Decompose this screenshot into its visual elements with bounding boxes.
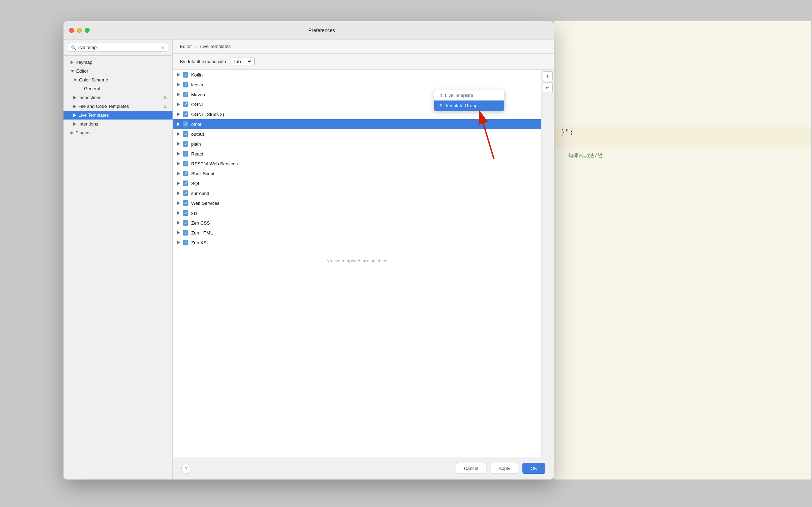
template-name: plain bbox=[191, 141, 201, 147]
sidebar-label: General bbox=[84, 86, 100, 91]
settings-icon: ⧉ bbox=[164, 95, 167, 100]
template-name: Web Services bbox=[191, 201, 219, 206]
sidebar-item-plugins[interactable]: Plugins bbox=[63, 128, 172, 137]
dropdown-item-label: 2. Template Group... bbox=[440, 103, 481, 108]
sidebar-item-file-code-templates[interactable]: File and Code Templates ⧉ bbox=[63, 102, 172, 111]
sidebar-item-live-templates[interactable]: Live Templates bbox=[63, 111, 172, 120]
template-checkbox[interactable] bbox=[183, 161, 188, 166]
sidebar-label: Live Templates bbox=[78, 112, 109, 118]
template-name: SQL bbox=[191, 181, 200, 186]
sidebar-item-color-scheme[interactable]: Color Scheme bbox=[63, 75, 172, 84]
row-expand-icon bbox=[177, 162, 180, 165]
empty-state-text: No live templates are selected bbox=[326, 258, 388, 263]
template-checkbox[interactable] bbox=[183, 131, 188, 137]
dropdown-item-label: 1. Live Template bbox=[440, 93, 473, 98]
sidebar-label: Keymap bbox=[75, 60, 92, 65]
dropdown-item-template-group[interactable]: 2. Template Group... bbox=[434, 100, 504, 111]
minimize-button[interactable] bbox=[77, 28, 82, 33]
template-checkbox[interactable] bbox=[183, 72, 188, 78]
breadcrumb-separator: › bbox=[195, 44, 197, 49]
table-row[interactable]: Zen XSL bbox=[173, 238, 541, 248]
template-checkbox[interactable] bbox=[183, 240, 188, 245]
template-checkbox[interactable] bbox=[183, 111, 188, 117]
table-row[interactable]: leesin bbox=[173, 80, 541, 90]
cancel-button[interactable]: Cancel bbox=[456, 463, 486, 474]
template-name: Zen CSS bbox=[191, 220, 210, 226]
apply-button[interactable]: Apply bbox=[491, 463, 519, 474]
templates-area: Kotlin leesin Maven bbox=[173, 70, 554, 457]
table-row[interactable]: Kotlin bbox=[173, 70, 541, 80]
traffic-lights bbox=[69, 28, 90, 33]
expand-select[interactable]: Tab Enter Space bbox=[232, 59, 252, 65]
sidebar-item-inspections[interactable]: Inspections ⧉ bbox=[63, 93, 172, 102]
template-checkbox[interactable] bbox=[183, 220, 188, 226]
sidebar-label: Intentions bbox=[78, 121, 98, 127]
template-checkbox[interactable] bbox=[183, 141, 188, 147]
row-expand-icon bbox=[177, 142, 180, 146]
search-bar: 🔍 ✕ bbox=[63, 39, 172, 56]
sidebar-label: File and Code Templates bbox=[78, 104, 129, 109]
window-title: Preferences bbox=[95, 28, 548, 33]
table-row[interactable]: xsl bbox=[173, 208, 541, 218]
expand-icon bbox=[71, 70, 74, 73]
table-row[interactable]: surround bbox=[173, 188, 541, 198]
template-checkbox[interactable] bbox=[183, 92, 188, 97]
template-checkbox[interactable] bbox=[183, 171, 188, 176]
template-name: surround bbox=[191, 191, 209, 196]
row-expand-icon bbox=[177, 231, 180, 234]
search-wrapper[interactable]: 🔍 ✕ bbox=[68, 43, 168, 52]
template-checkbox[interactable] bbox=[183, 82, 188, 87]
breadcrumb-current: Live Templates bbox=[200, 44, 231, 49]
dropdown-item-live-template[interactable]: 1. Live Template bbox=[434, 90, 504, 100]
row-expand-icon bbox=[177, 83, 180, 86]
table-row[interactable]: Web Services bbox=[173, 198, 541, 208]
template-name: Kotlin bbox=[191, 72, 203, 78]
undo-button[interactable]: ↩ bbox=[543, 83, 553, 92]
table-row[interactable]: other bbox=[173, 119, 541, 129]
table-row[interactable]: Shell Script bbox=[173, 169, 541, 178]
table-row[interactable]: React bbox=[173, 149, 541, 159]
row-expand-icon bbox=[177, 73, 180, 77]
table-row[interactable]: output bbox=[173, 129, 541, 139]
template-name: OGNL bbox=[191, 102, 204, 107]
ok-button[interactable]: OK bbox=[522, 463, 545, 474]
sidebar-label: Plugins bbox=[75, 130, 91, 135]
close-button[interactable] bbox=[69, 28, 74, 33]
expand-select-wrapper[interactable]: Tab Enter Space bbox=[230, 57, 255, 66]
maximize-button[interactable] bbox=[85, 28, 90, 33]
table-row[interactable]: SQL bbox=[173, 178, 541, 188]
table-row[interactable]: plain bbox=[173, 139, 541, 149]
template-checkbox[interactable] bbox=[183, 121, 188, 127]
add-button[interactable]: + bbox=[543, 71, 553, 81]
table-row[interactable]: Zen CSS bbox=[173, 218, 541, 228]
search-clear-icon[interactable]: ✕ bbox=[161, 45, 165, 50]
code-editor-panel: }"; 勾师内功法/经 bbox=[554, 21, 811, 479]
expand-icon bbox=[73, 122, 76, 126]
template-name: Maven bbox=[191, 92, 205, 97]
search-icon: 🔍 bbox=[71, 45, 76, 50]
template-checkbox[interactable] bbox=[183, 102, 188, 107]
template-name: Zen XSL bbox=[191, 240, 209, 245]
table-row[interactable]: RESTful Web Services bbox=[173, 159, 541, 169]
help-button[interactable]: ? bbox=[181, 464, 191, 474]
row-expand-icon bbox=[177, 93, 180, 96]
sidebar-item-editor[interactable]: Editor bbox=[63, 67, 172, 75]
sidebar-item-general[interactable]: General bbox=[63, 84, 172, 93]
table-row[interactable]: Zen HTML bbox=[173, 228, 541, 238]
template-checkbox[interactable] bbox=[183, 230, 188, 236]
template-name: Zen HTML bbox=[191, 230, 213, 236]
template-checkbox[interactable] bbox=[183, 190, 188, 196]
template-checkbox[interactable] bbox=[183, 210, 188, 216]
template-name: xsl bbox=[191, 210, 197, 216]
sidebar-item-intentions[interactable]: Intentions bbox=[63, 120, 172, 128]
search-input[interactable] bbox=[78, 45, 159, 50]
template-checkbox[interactable] bbox=[183, 151, 188, 157]
template-checkbox[interactable] bbox=[183, 181, 188, 186]
template-checkbox[interactable] bbox=[183, 200, 188, 206]
sidebar-item-keymap[interactable]: Keymap bbox=[63, 58, 172, 67]
row-expand-icon bbox=[177, 211, 180, 215]
settings-icon: ⧉ bbox=[164, 104, 167, 109]
template-name: Shell Script bbox=[191, 171, 214, 176]
row-expand-icon bbox=[177, 201, 180, 205]
expand-icon bbox=[73, 114, 76, 117]
